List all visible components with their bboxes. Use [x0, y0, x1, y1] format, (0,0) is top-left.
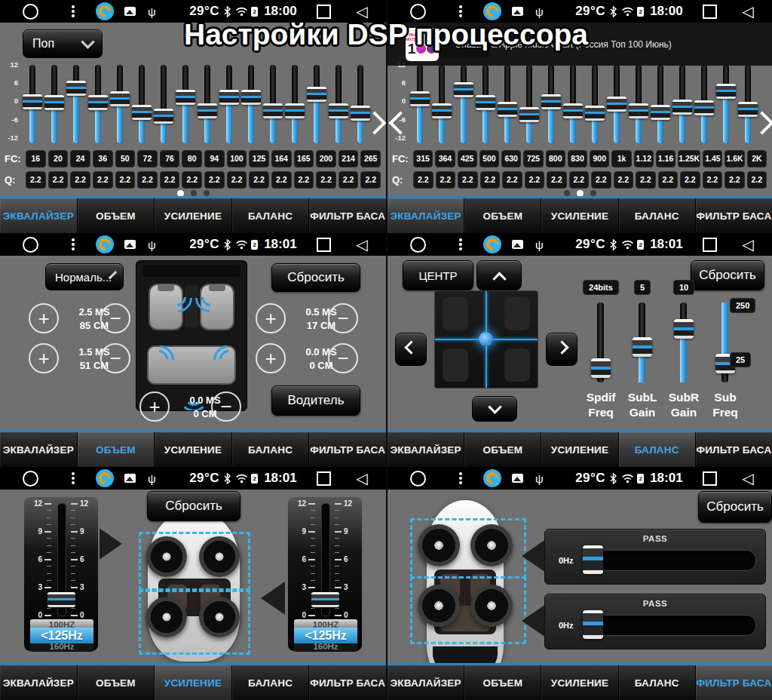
delay-plus-button[interactable]: + — [256, 303, 286, 333]
fc-value-badge[interactable]: 164 — [271, 150, 292, 167]
recents-square-icon[interactable] — [317, 5, 331, 19]
eq-preset-dropdown[interactable]: Поп — [23, 29, 103, 58]
eq-band-slider[interactable] — [519, 65, 540, 143]
tab-4[interactable]: БАЛАНС — [232, 198, 310, 233]
fc-value-badge[interactable]: 24 — [70, 150, 90, 167]
fc-value-badge[interactable]: 94 — [204, 150, 225, 167]
front-gain-fader[interactable]: 121299663300100HZ<125Hz160Hz — [23, 496, 100, 652]
overflow-menu-icon[interactable] — [72, 477, 75, 480]
eq-band-slider[interactable] — [672, 65, 693, 143]
eq-band-slider[interactable] — [240, 65, 262, 143]
home-circle-icon[interactable] — [23, 4, 38, 20]
tab-5[interactable]: ФИЛЬТР БАСА — [696, 665, 772, 700]
home-circle-icon[interactable] — [410, 237, 426, 253]
q-value-badge[interactable]: 2.2 — [316, 171, 336, 189]
fc-value-badge[interactable]: 830 — [568, 150, 587, 167]
slider-thumb[interactable] — [738, 102, 758, 117]
slider-thumb[interactable] — [672, 100, 692, 115]
eq-band-slider[interactable] — [628, 65, 649, 143]
eq-band-slider[interactable] — [197, 65, 218, 143]
app-logo-icon[interactable] — [483, 235, 501, 253]
delay-minus-button[interactable]: − — [211, 391, 241, 422]
tab-2[interactable]: ОБЪЕМ — [78, 432, 155, 467]
fc-value-badge[interactable]: 200 — [316, 150, 336, 167]
tab-4[interactable]: БАЛАНС — [232, 432, 310, 467]
balance-position-dot[interactable] — [479, 332, 493, 346]
tab-3[interactable]: УСИЛЕНИЕ — [541, 432, 618, 467]
fc-value-badge[interactable]: 125 — [249, 150, 269, 167]
eq-band-slider[interactable] — [262, 65, 283, 143]
home-circle-icon[interactable] — [410, 471, 426, 487]
q-value-badge[interactable]: 2.2 — [160, 171, 180, 189]
eq-band-slider[interactable] — [306, 65, 327, 143]
fc-value-badge[interactable]: 364 — [435, 150, 455, 167]
reset-button[interactable]: Сбросить — [271, 263, 360, 292]
app-logo-icon[interactable] — [96, 235, 114, 253]
slider-thumb[interactable] — [176, 90, 195, 105]
slider-thumb[interactable] — [110, 91, 130, 106]
q-value-badge[interactable]: 2.2 — [747, 171, 767, 189]
eq-band-slider[interactable] — [650, 65, 671, 143]
frequency-option[interactable]: 100HZ — [294, 619, 357, 628]
fc-value-badge[interactable]: 80 — [182, 150, 202, 167]
eq-band-slider[interactable] — [497, 65, 518, 143]
overflow-menu-icon[interactable] — [459, 10, 462, 13]
back-triangle-icon[interactable]: ◁ — [743, 4, 754, 19]
slider-thumb[interactable] — [585, 106, 605, 121]
q-value-badge[interactable]: 2.2 — [70, 171, 90, 189]
balance-slider-sub-freq[interactable]: 25025SubFreq — [703, 280, 748, 431]
tab-4[interactable]: БАЛАНС — [619, 198, 696, 233]
recents-square-icon[interactable] — [317, 471, 331, 486]
q-value-badge[interactable]: 2.2 — [93, 171, 113, 189]
back-triangle-icon[interactable]: ◁ — [357, 237, 368, 252]
overflow-menu-icon[interactable] — [72, 10, 75, 13]
tab-1[interactable]: ЭКВАЛАЙЗЕР — [0, 665, 78, 700]
balance-position-map[interactable] — [434, 290, 538, 388]
delay-minus-button[interactable]: − — [328, 303, 358, 333]
slider-thumb[interactable] — [633, 337, 652, 357]
back-triangle-icon[interactable]: ◁ — [357, 4, 368, 19]
fader-down-button[interactable] — [472, 396, 517, 422]
fc-value-badge[interactable]: 50 — [115, 150, 136, 167]
slider-thumb[interactable] — [432, 103, 452, 118]
tab-5[interactable]: ФИЛЬТР БАСА — [696, 198, 772, 233]
q-value-badge[interactable]: 2.2 — [137, 171, 158, 189]
slider-thumb[interactable] — [519, 107, 539, 122]
q-value-badge[interactable]: 2.2 — [458, 171, 478, 189]
q-value-badge[interactable]: 2.2 — [227, 171, 247, 189]
back-triangle-icon[interactable]: ◁ — [357, 471, 368, 486]
eq-band-slider[interactable] — [175, 65, 196, 143]
slider-thumb[interactable] — [651, 105, 670, 120]
frequency-selected[interactable]: <125Hz — [30, 628, 93, 643]
tab-1[interactable]: ЭКВАЛАЙЗЕР — [0, 198, 78, 233]
eq-band-slider[interactable] — [431, 65, 452, 143]
tab-1[interactable]: ЭКВАЛАЙЗЕР — [388, 198, 464, 233]
q-value-badge[interactable]: 2.2 — [658, 171, 679, 189]
delay-plus-button[interactable]: + — [29, 343, 59, 373]
slider-thumb[interactable] — [44, 95, 64, 110]
fc-value-badge[interactable]: 20 — [48, 150, 69, 167]
fc-value-badge[interactable]: 1k — [611, 150, 631, 167]
eq-band-slider[interactable] — [541, 65, 562, 143]
fc-value-badge[interactable]: 1.12 — [634, 150, 654, 167]
tab-1[interactable]: ЭКВАЛАЙЗЕР — [388, 432, 464, 467]
q-value-badge[interactable]: 2.2 — [547, 171, 567, 189]
slider-thumb[interactable] — [498, 102, 517, 117]
q-value-badge[interactable]: 2.2 — [182, 171, 202, 189]
slider-thumb[interactable] — [591, 358, 611, 378]
tab-5[interactable]: ФИЛЬТР БАСА — [309, 665, 386, 700]
overflow-menu-icon[interactable] — [459, 477, 462, 480]
eq-band-slider[interactable] — [737, 65, 758, 143]
reset-button[interactable]: Сбросить — [147, 491, 240, 521]
frequency-picker[interactable]: 100HZ<125Hz160Hz — [293, 619, 358, 652]
eq-band-slider[interactable] — [584, 65, 605, 143]
slider-thumb[interactable] — [541, 94, 561, 109]
media-toast[interactable]: FINAL MUSIC 1 Shazam & Apple Music Chart… — [388, 23, 772, 66]
tab-2[interactable]: ОБЪЕМ — [464, 665, 541, 700]
reset-button[interactable]: Сбросить — [698, 491, 772, 523]
q-value-badge[interactable]: 2.2 — [680, 171, 700, 189]
tab-3[interactable]: УСИЛЕНИЕ — [155, 198, 232, 233]
q-value-badge[interactable]: 2.2 — [294, 171, 314, 189]
q-value-badge[interactable]: 2.2 — [413, 171, 433, 189]
fader-up-button[interactable] — [476, 260, 522, 290]
